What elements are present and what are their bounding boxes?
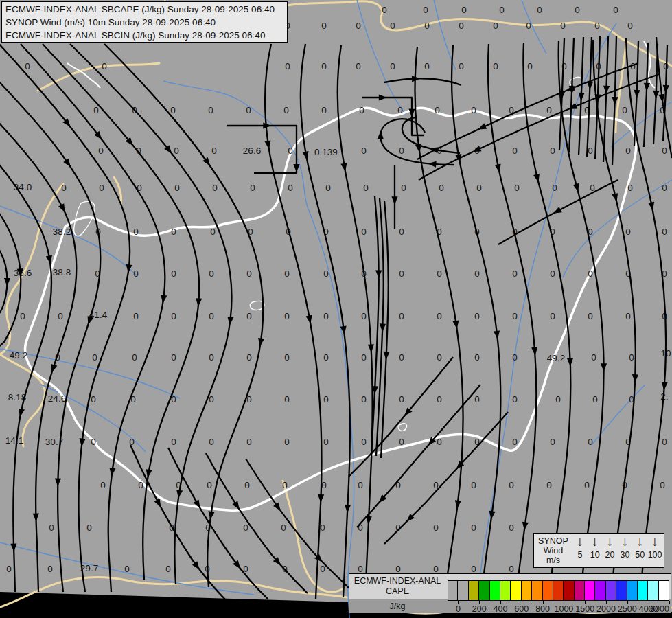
station-label: 0 [550, 146, 555, 156]
station-label: 0 [555, 394, 561, 404]
station-label: 0 [592, 394, 598, 404]
station-label: 0 [100, 480, 106, 490]
station-label: 0 [246, 437, 252, 447]
station-label: 0 [361, 146, 367, 156]
station-label: 0 [499, 5, 505, 15]
station-label: 24.6 [48, 393, 66, 404]
station-label: 0 [361, 437, 367, 447]
weather-map-page: 0000000000000000000000000000000000000000… [0, 0, 672, 618]
wind-down-arrow-icon: ↓ [592, 534, 599, 550]
station-label: 0 [662, 227, 667, 237]
station-label: 0 [209, 268, 214, 279]
station-label: 0 [283, 105, 289, 115]
station-label: 0 [58, 311, 63, 321]
station-label: 0 [509, 480, 514, 490]
wind-speed-column: ↓20 [603, 534, 618, 567]
station-label: 0 [170, 105, 176, 115]
palette-tick-label: 6000 [650, 604, 669, 613]
wind-legend-labels: SYNOP Wind m/s [534, 534, 572, 567]
station-label: 0 [282, 480, 288, 490]
station-label: 0 [399, 268, 404, 279]
palette-tick-label: 1500 [575, 604, 594, 613]
station-label: 0 [209, 394, 214, 404]
palette-cell [553, 580, 564, 601]
station-label: 0 [537, 5, 542, 15]
station-label: 0 [594, 21, 600, 31]
palette-cell [648, 580, 658, 601]
station-label: 0 [91, 394, 96, 404]
station-label: 0 [133, 311, 139, 321]
station-label: 0 [439, 183, 444, 193]
station-label: 0 [471, 564, 476, 574]
station-label: 0 [124, 564, 130, 574]
wind-speed-column: ↓100 [647, 534, 662, 567]
palette-tick-label: 600 [514, 604, 529, 613]
cape-legend-title: ECMWF-INDEX-ANAL CAPE [349, 576, 445, 597]
station-label: 0 [625, 311, 631, 321]
station-label: 0 [591, 352, 596, 363]
station-label: 0 [575, 5, 580, 15]
station-label: 0 [211, 146, 217, 156]
palette-cell [659, 580, 669, 601]
station-label: 0 [246, 105, 251, 115]
station-label: 0 [471, 105, 476, 115]
station-label: 0 [174, 146, 179, 156]
station-label: 0.139 [314, 147, 338, 157]
station-label: 0 [102, 61, 107, 71]
palette-cell [638, 580, 648, 601]
station-label: 0 [560, 21, 566, 31]
station-label: 0 [397, 105, 403, 115]
station-label: 0 [629, 352, 634, 363]
station-label: 0 [361, 311, 367, 321]
station-label: 0 [550, 311, 555, 321]
palette-tick [669, 601, 670, 604]
station-label: 0 [512, 394, 518, 404]
station-label: 0 [49, 523, 54, 533]
station-label: 0 [284, 311, 290, 321]
station-label: 0 [209, 352, 214, 363]
station-label: 0 [437, 352, 442, 363]
palette-cell [575, 580, 585, 601]
station-label: 0 [471, 523, 476, 533]
station-label: 0 [284, 268, 290, 279]
palette-cell [543, 580, 553, 601]
palette-tick-label: 2500 [618, 604, 637, 613]
station-label: 0 [588, 146, 593, 156]
wind-speed-column: ↓50 [632, 534, 647, 567]
station-label: 0 [207, 480, 212, 490]
station-label: 0 [361, 352, 367, 363]
station-label: 0 [512, 268, 518, 279]
palette-tick-label: 200 [472, 604, 487, 613]
station-label: 0 [171, 437, 176, 447]
wind-speed-column: ↓5 [572, 534, 588, 567]
station-label: 0 [99, 183, 104, 193]
station-label: 0 [435, 105, 440, 115]
station-label: 0 [546, 105, 552, 115]
station-label: 0 [433, 564, 439, 574]
station-label: 0 [493, 21, 498, 31]
station-label: 0 [361, 394, 367, 404]
palette-cell [511, 580, 521, 601]
wind-down-arrow-icon: ↓ [577, 534, 583, 550]
station-label: 0 [358, 564, 363, 574]
station-label: 0 [627, 21, 633, 31]
station-label: 0 [550, 268, 555, 279]
station-label: 0 [250, 183, 255, 193]
station-label: 0 [132, 352, 137, 363]
title-line-sbcin: ECMWF-INDEX-ANAL SBCIN (J/kg) Sunday 28-… [5, 29, 287, 42]
station-label: 0 [93, 105, 99, 115]
cape-color-bar [448, 580, 669, 601]
palette-cell [585, 580, 595, 601]
station-label: 0 [474, 268, 480, 279]
station-label: 0 [246, 352, 252, 363]
station-label: 0 [433, 523, 439, 533]
palette-cell [606, 580, 616, 601]
station-label: 0 [165, 564, 171, 574]
title-line-wind: SYNOP Wind (m/s) 10m Sunday 28-09-2025 0… [5, 16, 287, 29]
station-label: 38.2 [53, 227, 71, 237]
palette-tick-label: 400 [494, 604, 508, 613]
station-label: 0 [208, 105, 213, 115]
station-label: 0 [437, 437, 442, 447]
station-label: 0 [209, 311, 214, 321]
station-label: 0 [323, 268, 329, 279]
